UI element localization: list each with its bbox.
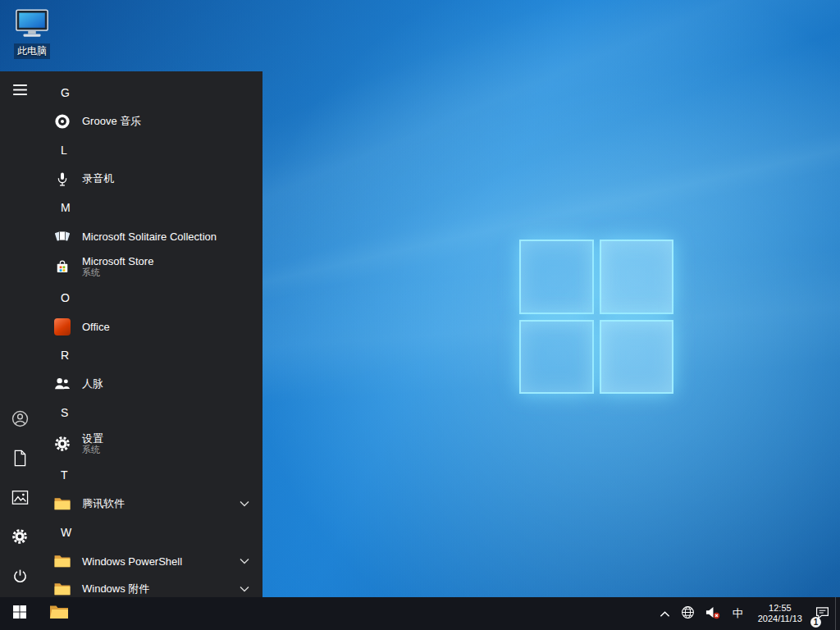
start-folder-windows-powershell[interactable]: Windows PowerShell: [39, 547, 262, 575]
app-sublabel: 系统: [82, 267, 153, 278]
start-folder-tencent-software[interactable]: 腾讯软件: [39, 490, 262, 518]
start-app-settings[interactable]: 设置 系统: [39, 427, 262, 460]
app-label: 腾讯软件: [82, 496, 125, 511]
people-icon: [52, 374, 72, 394]
section-letter-label: T: [61, 468, 68, 482]
app-label: Windows PowerShell: [82, 555, 182, 568]
section-letter-l[interactable]: L: [39, 135, 262, 165]
documents-icon: [12, 450, 28, 470]
section-letter-label: M: [61, 201, 71, 214]
this-pc-icon: [15, 8, 49, 42]
gear-icon: [52, 434, 72, 454]
gear-icon: [11, 527, 29, 549]
chevron-down-icon: [240, 500, 249, 507]
start-app-people[interactable]: 人脉: [39, 370, 262, 398]
chevron-down-icon: [240, 558, 249, 564]
section-letter-t[interactable]: T: [39, 460, 262, 490]
start-app-microsoft-store[interactable]: Microsoft Store 系统: [39, 250, 262, 283]
expand-menu-button[interactable]: [0, 71, 39, 111]
app-label: Microsoft Store: [82, 255, 153, 268]
start-folder-windows-accessories[interactable]: Windows 附件: [39, 575, 262, 597]
cards-icon: [52, 226, 72, 246]
app-label: Microsoft Solitaire Collection: [82, 231, 217, 243]
app-sublabel: 系统: [82, 445, 103, 455]
section-letter-label: O: [61, 291, 70, 304]
section-letter-label: W: [61, 526, 71, 539]
volume-button[interactable]: [700, 597, 725, 630]
taskbar-clock[interactable]: 12:55 2024/11/13: [751, 597, 810, 630]
hamburger-icon: [13, 84, 27, 98]
action-center-button[interactable]: 1: [810, 597, 835, 630]
windows-wallpaper-logo: [519, 240, 673, 394]
settings-button[interactable]: [0, 518, 39, 558]
notification-badge: 1: [810, 617, 821, 628]
start-app-office[interactable]: Office: [39, 313, 262, 340]
user-account-button[interactable]: [0, 400, 39, 440]
start-app-solitaire-collection[interactable]: Microsoft Solitaire Collection: [39, 222, 262, 250]
taskbar: 中 12:55 2024/11/13 1: [0, 597, 840, 630]
windows-logo-icon: [13, 605, 26, 622]
groove-icon: [52, 112, 72, 131]
power-icon: [11, 568, 29, 588]
power-button[interactable]: [0, 558, 39, 597]
app-label: Windows 附件: [82, 582, 149, 596]
start-menu-rail: [0, 71, 39, 597]
section-letter-s[interactable]: S: [39, 398, 262, 427]
section-letter-w[interactable]: W: [39, 518, 262, 547]
folder-icon: [52, 579, 72, 597]
this-pc-desktop-icon[interactable]: 此电脑: [7, 8, 57, 59]
start-app-groove-music[interactable]: Groove 音乐: [39, 107, 262, 135]
ime-indicator[interactable]: 中: [725, 597, 751, 630]
file-explorer-icon: [49, 604, 69, 623]
section-letter-r[interactable]: R: [39, 340, 262, 370]
section-letter-o[interactable]: O: [39, 283, 262, 313]
globe-network-icon: [681, 605, 695, 623]
microphone-icon: [52, 169, 72, 189]
chevron-up-icon: [660, 606, 670, 621]
network-button[interactable]: [676, 597, 700, 630]
section-letter-m[interactable]: M: [39, 193, 262, 222]
start-menu: G Groove 音乐 L 录音机 M: [0, 71, 262, 597]
volume-muted-icon: [705, 605, 720, 623]
file-explorer-button[interactable]: [39, 597, 79, 630]
app-label: Office: [82, 321, 110, 333]
ime-label: 中: [733, 606, 743, 621]
folder-icon: [52, 551, 72, 571]
this-pc-label: 此电脑: [14, 43, 50, 59]
system-tray: 中 12:55 2024/11/13 1: [655, 597, 840, 630]
section-letter-label: R: [61, 349, 69, 362]
show-desktop-button[interactable]: [835, 597, 840, 630]
pictures-icon: [11, 490, 29, 509]
app-label: 设置: [82, 432, 103, 445]
store-icon: [52, 257, 72, 276]
chevron-down-icon: [240, 586, 249, 592]
logo-pane: [519, 240, 594, 314]
logo-pane: [600, 240, 674, 314]
office-icon: [52, 317, 72, 336]
app-label: 录音机: [82, 171, 114, 186]
app-label: Groove 音乐: [82, 114, 141, 129]
section-letter-label: S: [61, 406, 68, 419]
app-label: 人脉: [82, 377, 103, 391]
documents-button[interactable]: [0, 440, 39, 479]
section-letter-label: G: [61, 86, 70, 99]
section-letter-label: L: [61, 144, 67, 157]
clock-date: 2024/11/13: [758, 614, 802, 624]
start-menu-app-list: G Groove 音乐 L 录音机 M: [39, 71, 262, 597]
folder-icon: [52, 494, 72, 514]
user-icon: [11, 409, 30, 431]
logo-pane: [600, 320, 674, 395]
start-button[interactable]: [0, 597, 39, 630]
start-app-voice-recorder[interactable]: 录音机: [39, 165, 262, 193]
clock-time: 12:55: [758, 603, 802, 614]
logo-pane: [519, 320, 594, 395]
section-letter-g[interactable]: G: [39, 78, 262, 107]
pictures-button[interactable]: [0, 479, 39, 518]
tray-overflow-button[interactable]: [655, 597, 676, 630]
